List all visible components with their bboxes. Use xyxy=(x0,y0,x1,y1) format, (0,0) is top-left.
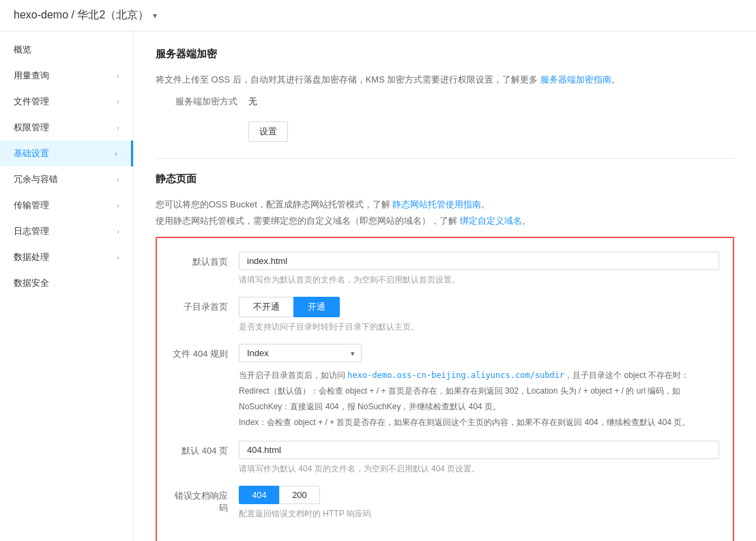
error-code-200-button[interactable]: 200 xyxy=(279,486,320,504)
sidebar-chevron-transfer: › xyxy=(117,201,119,209)
static-desc-line2: 使用静态网站托管模式，需要绑定您的自定义域名（即您网站的域名），了解 xyxy=(156,216,457,226)
file-404-desc: 当开启子目录首页后，如访问 hexo-demo.oss-cn-beijing.a… xyxy=(239,368,719,430)
sidebar: 概览用量查询›文件管理›权限管理›基础设置›冗余与容错›传输管理›日志管理›数据… xyxy=(0,31,134,541)
server-encryption-desc-suffix: 。 xyxy=(611,74,620,85)
sidebar-item-data-sec[interactable]: 数据安全 xyxy=(0,270,133,296)
sidebar-item-label-file-mgmt: 文件管理 xyxy=(14,96,49,108)
default-homepage-input[interactable] xyxy=(239,252,719,270)
breadcrumb: hexo-demo / 华北2（北京） ▾ xyxy=(14,8,157,23)
error-response-code-label: 错误文档响应码 xyxy=(171,486,239,520)
default-404-label: 默认 404 页 xyxy=(171,441,239,475)
subdir-homepage-hint: 是否支持访问子目录时转到子目录下的默认主页。 xyxy=(239,321,719,333)
sidebar-item-label-data-proc: 数据处理 xyxy=(14,251,49,263)
sidebar-item-redundancy[interactable]: 冗余与容错› xyxy=(0,166,133,192)
subdir-toggle-group: 不开通 开通 xyxy=(239,297,719,317)
header-dropdown-icon[interactable]: ▾ xyxy=(153,11,157,20)
sidebar-chevron-perm-mgmt: › xyxy=(117,123,119,132)
sidebar-item-label-transfer: 传输管理 xyxy=(14,199,49,211)
file-404-select[interactable]: Redirect（默认值） NoSuchKey Index xyxy=(239,344,362,362)
static-page-desc: 您可以将您的OSS Bucket，配置成静态网站托管模式，了解 静态网站托管使用… xyxy=(156,196,734,229)
main-content: 服务器端加密 将文件上传至 OSS 后，自动对其进行落盘加密存储，KMS 加密方… xyxy=(134,31,756,541)
sidebar-item-label-data-sec: 数据安全 xyxy=(14,277,49,289)
sidebar-chevron-redundancy: › xyxy=(117,175,119,184)
file-404-rule-label: 文件 404 规则 xyxy=(171,344,239,430)
encryption-method-row: 服务端加密方式 无 xyxy=(156,96,734,108)
sidebar-item-transfer[interactable]: 传输管理› xyxy=(0,192,133,218)
static-page-section: 静态页面 您可以将您的OSS Bucket，配置成静态网站托管模式，了解 静态网… xyxy=(156,173,734,541)
subdir-homepage-content: 不开通 开通 是否支持访问子目录时转到子目录下的默认主页。 xyxy=(239,297,719,333)
static-page-title: 静态页面 xyxy=(156,173,734,186)
subdir-homepage-label: 子目录首页 xyxy=(171,297,239,333)
subdir-off-button[interactable]: 不开通 xyxy=(239,297,294,317)
encryption-method-value: 无 xyxy=(248,96,257,108)
subdir-homepage-row: 子目录首页 不开通 开通 是否支持访问子目录时转到子目录下的默认主页。 xyxy=(171,297,719,333)
sidebar-item-basic-settings[interactable]: 基础设置› xyxy=(0,141,133,166)
static-link2[interactable]: 绑定自定义域名 xyxy=(460,216,522,226)
encryption-method-label: 服务端加密方式 xyxy=(156,96,237,108)
sidebar-chevron-data-proc: › xyxy=(117,253,119,261)
sidebar-item-label-overview: 概览 xyxy=(14,44,31,56)
sidebar-chevron-usage: › xyxy=(117,72,119,80)
error-response-code-row: 错误文档响应码 404 200 配置返回错误文档时的 HTTP 响应码 xyxy=(171,486,719,520)
static-desc-line1: 您可以将您的OSS Bucket，配置成静态网站托管模式，了解 xyxy=(156,199,390,209)
default-404-input[interactable] xyxy=(239,441,719,459)
settings-button[interactable]: 设置 xyxy=(248,121,288,142)
server-encryption-title: 服务器端加密 xyxy=(156,48,734,61)
static-link1[interactable]: 静态网站托管使用指南 xyxy=(392,199,481,209)
server-encryption-section: 服务器端加密 将文件上传至 OSS 后，自动对其进行落盘加密存储，KMS 加密方… xyxy=(156,48,734,142)
server-encryption-link[interactable]: 服务器端加密指南 xyxy=(540,74,611,85)
default-404-hint: 请填写作为默认 404 页的文件名，为空则不启用默认 404 页设置。 xyxy=(239,463,719,475)
sidebar-item-perm-mgmt[interactable]: 权限管理› xyxy=(0,115,133,141)
file-404-select-wrapper: Redirect（默认值） NoSuchKey Index xyxy=(239,344,362,362)
section-divider xyxy=(156,158,734,159)
sidebar-item-label-redundancy: 冗余与容错 xyxy=(14,173,58,186)
file-404-desc2: Redirect（默认值）：会检查 object + / + 首页是否存在，如果… xyxy=(239,386,681,396)
sidebar-item-label-log-mgmt: 日志管理 xyxy=(14,225,49,237)
header-title-text: hexo-demo / 华北2（北京） xyxy=(14,8,149,23)
sidebar-chevron-log-mgmt: › xyxy=(117,227,119,235)
server-encryption-desc: 将文件上传至 OSS 后，自动对其进行落盘加密存储，KMS 加密方式需要进行权限… xyxy=(156,72,734,87)
server-encryption-desc-text: 将文件上传至 OSS 后，自动对其进行落盘加密存储，KMS 加密方式需要进行权限… xyxy=(156,74,538,85)
default-homepage-hint: 请填写作为默认首页的文件名，为空则不启用默认首页设置。 xyxy=(239,274,719,286)
sidebar-chevron-file-mgmt: › xyxy=(117,98,119,106)
file-404-desc4: Index：会检查 object + / + 首页是否存在，如果存在则返回这个主… xyxy=(239,418,690,427)
default-404-row: 默认 404 页 请填写作为默认 404 页的文件名，为空则不启用默认 404 … xyxy=(171,441,719,475)
sidebar-item-usage[interactable]: 用量查询› xyxy=(0,63,133,89)
sidebar-item-label-basic-settings: 基础设置 xyxy=(14,147,49,160)
file-404-rule-content: Redirect（默认值） NoSuchKey Index 当开启子目录首页后，… xyxy=(239,344,719,430)
error-code-404-button[interactable]: 404 xyxy=(239,486,280,504)
default-homepage-label: 默认首页 xyxy=(171,252,239,286)
sidebar-item-file-mgmt[interactable]: 文件管理› xyxy=(0,89,133,115)
error-code-group: 404 200 xyxy=(239,486,719,504)
file-404-desc3: NoSuchKey：直接返回 404，报 NoSuchKey，并继续检查默认 4… xyxy=(239,402,501,411)
error-response-hint: 配置返回错误文档时的 HTTP 响应码 xyxy=(239,508,719,520)
sidebar-item-log-mgmt[interactable]: 日志管理› xyxy=(0,218,133,244)
file-404-rule-row: 文件 404 规则 Redirect（默认值） NoSuchKey Index … xyxy=(171,344,719,430)
file-404-desc1: 当开启子目录首页后，如访问 hexo-demo.oss-cn-beijing.a… xyxy=(239,370,689,380)
sidebar-item-label-usage: 用量查询 xyxy=(14,70,49,82)
sidebar-item-data-proc[interactable]: 数据处理› xyxy=(0,244,133,270)
default-homepage-content: 请填写作为默认首页的文件名，为空则不启用默认首页设置。 xyxy=(239,252,719,286)
error-response-code-content: 404 200 配置返回错误文档时的 HTTP 响应码 xyxy=(239,486,719,520)
sidebar-item-label-perm-mgmt: 权限管理 xyxy=(14,121,49,134)
default-homepage-row: 默认首页 请填写作为默认首页的文件名，为空则不启用默认首页设置。 xyxy=(171,252,719,286)
file-404-code: hexo-demo.oss-cn-beijing.aliyuncs.com/su… xyxy=(347,370,564,380)
default-404-content: 请填写作为默认 404 页的文件名，为空则不启用默认 404 页设置。 xyxy=(239,441,719,475)
subdir-on-button[interactable]: 开通 xyxy=(293,297,340,317)
static-config-box: 默认首页 请填写作为默认首页的文件名，为空则不启用默认首页设置。 子目录首页 不… xyxy=(156,237,734,541)
sidebar-item-overview[interactable]: 概览 xyxy=(0,37,133,63)
sidebar-chevron-basic-settings: › xyxy=(115,149,117,158)
